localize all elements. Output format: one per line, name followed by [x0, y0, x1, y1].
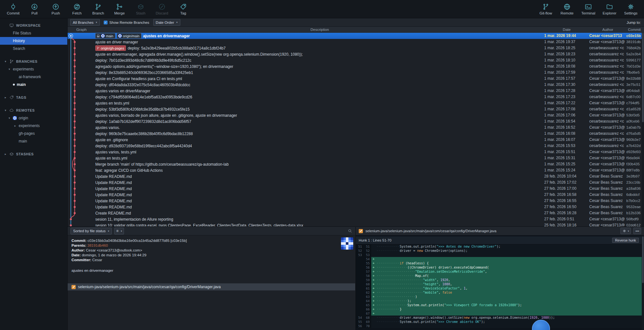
- commit-row-b12b336[interactable]: Create README.md27 feb. 2026 16:28Cesar …: [68, 210, 642, 216]
- toolbar-pull-button[interactable]: Pull: [24, 1, 45, 17]
- commit-hash: c03e15b: [626, 33, 642, 39]
- diff-settings-button[interactable]: ▾: [620, 228, 631, 234]
- commit-row-a18a836[interactable]: Update README.md27 feb. 2026 17:00Cesar …: [68, 186, 642, 192]
- commit-row-d76a5d5[interactable]: deploy: 960b3e75caaebc386b28b40f0c6d9bda…: [68, 131, 642, 137]
- commit-row-6d87c00[interactable]: deploy: c794df558064e814e1ebf5a632ed0953…: [68, 94, 642, 100]
- commit-row-8e32b88[interactable]: ajuste en Configurar headless para CI en…: [68, 76, 642, 82]
- sidebar-item-experiments[interactable]: ▾experiments: [0, 65, 67, 73]
- diff-line: 61+························"deviceScaleF…: [356, 286, 642, 290]
- diff-scrollbar[interactable]: [642, 235, 644, 330]
- commit-message: Update README.md: [95, 174, 132, 179]
- sidebar-item-experiments[interactable]: ▸experiments: [0, 122, 67, 130]
- commit-row-23cc16b[interactable]: Update README.md27 feb. 2026 17:02Cesar …: [68, 179, 642, 186]
- parent-hash-link[interactable]: 38191db460: [87, 243, 108, 247]
- sidebar-item-history[interactable]: History: [0, 37, 67, 45]
- commit-row-3e75c51[interactable]: deploy: df04da8da333f2e075c54c8ac460503b…: [68, 82, 642, 88]
- commit-row-02dd612[interactable]: sesion 10: validar grilla contra excel, …: [68, 222, 642, 226]
- commit-row-38191db[interactable]: ajuste en driver manager1 mar. 2026 19:3…: [68, 39, 642, 45]
- sidebar-item-label: main: [17, 82, 26, 87]
- commit-hash: c794df5: [626, 100, 642, 106]
- commit-row-f9da9d4[interactable]: ajuste en tests.yml1 mar. 2026 15:31Cesa…: [68, 155, 642, 161]
- toolbar-tag-button[interactable]: Tag: [173, 1, 194, 17]
- commit-row-5a2e3b4[interactable]: ajuste en drivermanager, agregada driver…: [68, 51, 642, 57]
- toolbar-button-label: Discard: [156, 11, 168, 15]
- scrollbar-thumb[interactable]: [642, 236, 644, 283]
- toolbar-explorer-button[interactable]: Explorer: [599, 1, 620, 17]
- branch-label-main[interactable]: main: [95, 33, 115, 39]
- commit-list-scrollbar[interactable]: [642, 33, 644, 226]
- commit-row-b7b0cc2[interactable]: Update README.md27 feb. 2026 16:55Cesar …: [68, 198, 642, 204]
- new-line-number: 67: [364, 311, 371, 316]
- toolbar-remote-button[interactable]: Remote: [556, 1, 578, 17]
- commit-row-a7b432d[interactable]: deploy: d928d937169e58bd19f8ecc442abc8f5…: [68, 143, 642, 149]
- commit-row-53bf3d5[interactable]: ajustes varios, borrado de json allure, …: [68, 112, 642, 118]
- commit-row-768d42b[interactable]: origin/gh-pagesdeploy: 5a2e3b429eea802b5…: [68, 45, 642, 51]
- sidebar-item-file-status[interactable]: File Status: [0, 29, 67, 37]
- commit-row-d1a6528[interactable]: deploy: 53bf3d580fc4206bfc8e35d8bc87b493…: [68, 106, 642, 112]
- commit-row-7fbd6e5[interactable]: deploy: 8e32b885240cb069362bcc20366585a3…: [68, 69, 642, 76]
- sidebar-item-main[interactable]: main: [0, 137, 67, 145]
- commit-row-7b01d3e[interactable]: agregado options.addArguments("--window-…: [68, 63, 642, 69]
- commit-row-3e3fb97[interactable]: Update README.md28 feb. 2026 10:04Cesar …: [68, 173, 642, 179]
- commit-hash: 9532eae: [626, 204, 642, 210]
- diff-more-button[interactable]: •••: [633, 228, 641, 234]
- toolbar-terminal-button[interactable]: Terminal: [578, 1, 599, 17]
- view-mode-dropdown[interactable]: ≡ ▾: [114, 228, 124, 234]
- sidebar-section-remotes[interactable]: ▾REMOTES: [0, 106, 67, 114]
- order-filter-dropdown[interactable]: Date Order ▾: [153, 19, 180, 26]
- sidebar-section-workspace[interactable]: WORKSPACE: [0, 22, 67, 29]
- hunk-title: Hunk 1 : Lines 51-70: [359, 238, 392, 242]
- sort-by-dropdown[interactable]: Sorted by file status ▾: [71, 228, 112, 234]
- commit-row-a0fceb6[interactable]: deploy: 1a0ab7b162deff907239832d8d1ac806…: [68, 118, 642, 124]
- commit-row-6dbddcf[interactable]: Update README.md27 feb. 2026 16:58Cesar …: [68, 192, 642, 198]
- commit-row-d928d93[interactable]: ajustes varios, tests.yml1 mar. 2026 15:…: [68, 149, 642, 155]
- sidebar-item-origin[interactable]: ▾origin: [0, 114, 67, 122]
- chevron-down-icon: ▾: [4, 60, 7, 63]
- sidebar-section-branches[interactable]: ▾BRANCHES: [0, 58, 67, 65]
- show-remote-branches-checkbox[interactable]: ✓ Show Remote Branches: [104, 21, 149, 24]
- sidebar-item-search[interactable]: Search: [0, 45, 67, 52]
- new-line-number: 68: [364, 316, 371, 320]
- commit-row-5996177[interactable]: deploy: 7b01d3ec893d48c6c7d86f4b3d9e49fc…: [68, 57, 642, 63]
- diff-sign: +: [371, 299, 376, 303]
- toolbar-merge-button[interactable]: Merge: [109, 1, 130, 17]
- sidebar-item-gh-pages[interactable]: gh-pages: [0, 130, 67, 137]
- branch-label-origin-main[interactable]: origin/main: [117, 33, 141, 39]
- commit-description-cell: ajustes en tests.yml: [95, 100, 544, 106]
- commit-row-df04da8[interactable]: ajustes varios en driverManager1 mar. 20…: [68, 88, 642, 94]
- search-icon[interactable]: [348, 229, 352, 233]
- toolbar-commit-button[interactable]: Commit: [3, 1, 24, 17]
- commit-row-9532eae[interactable]: Update README.md27 feb. 2026 16:50Cesar …: [68, 204, 642, 210]
- new-line-number: 53: [364, 253, 371, 257]
- branch-label-origin-gh-pages[interactable]: origin/gh-pages: [95, 45, 126, 51]
- old-line-number: [356, 307, 364, 311]
- commit-message: ajustes en tests.yml: [95, 101, 129, 105]
- toolbar-push-button[interactable]: Push: [45, 1, 66, 17]
- commit-description-cell: deploy: 1a0ab7b162deff907239832d8d1ac806…: [95, 118, 544, 124]
- commit-description-cell: ajustes varios, tests.yml: [95, 149, 544, 155]
- commit-author: Cesar <cesar3713@: [589, 216, 625, 222]
- toolbar-fetch-button[interactable]: Fetch: [66, 1, 88, 17]
- sidebar-section-stashes[interactable]: ▸STASHES: [0, 150, 67, 158]
- sidebar-item-ai-framework[interactable]: ai-framework: [0, 73, 67, 81]
- commit-row-c03e15b[interactable]: mainorigin/mainajustes en drivermanager1…: [68, 33, 642, 39]
- commit-row-f30b435[interactable]: Merge branch 'main' of https://github.co…: [68, 161, 642, 167]
- toolbar-settings-button[interactable]: Settings: [620, 1, 641, 17]
- toolbar-branch-button[interactable]: Branch: [88, 1, 109, 17]
- commit-row-88f7e8b[interactable]: feat: agregar CI/CD con GitHub Actions1 …: [68, 167, 642, 173]
- commit-row-56fbdf9[interactable]: sesion 11, implementacion de Allure repo…: [68, 216, 642, 222]
- commit-row-960b3e7[interactable]: ajuste en .gitignore1 mar. 2026 16:07Ces…: [68, 137, 642, 143]
- sidebar-item-main[interactable]: main: [0, 81, 67, 88]
- scrollbar-thumb[interactable]: [642, 33, 644, 122]
- changed-file-row[interactable]: selenium-java/selenium-java/src/main/jav…: [68, 283, 355, 290]
- show-remote-branches-label: Show Remote Branches: [109, 21, 149, 24]
- commit-author: Cesar Beas Suarez: [589, 204, 625, 210]
- reverse-hunk-button[interactable]: Reverse hunk: [612, 238, 639, 243]
- toolbar-git-flow-button[interactable]: Git-flow: [535, 1, 556, 17]
- commit-row-1a0ab7b[interactable]: ajustes varios.1 mar. 2026 16:52Cesar <c…: [68, 124, 642, 131]
- sidebar-section-tags[interactable]: ▸TAGS: [0, 94, 67, 101]
- terminal-icon: [585, 3, 592, 10]
- commit-row-c794df5[interactable]: ajustes en tests.yml1 mar. 2026 17:22Ces…: [68, 100, 642, 106]
- new-line-number: 64: [364, 299, 371, 303]
- branch-filter-dropdown[interactable]: All Branches ▾: [70, 19, 100, 26]
